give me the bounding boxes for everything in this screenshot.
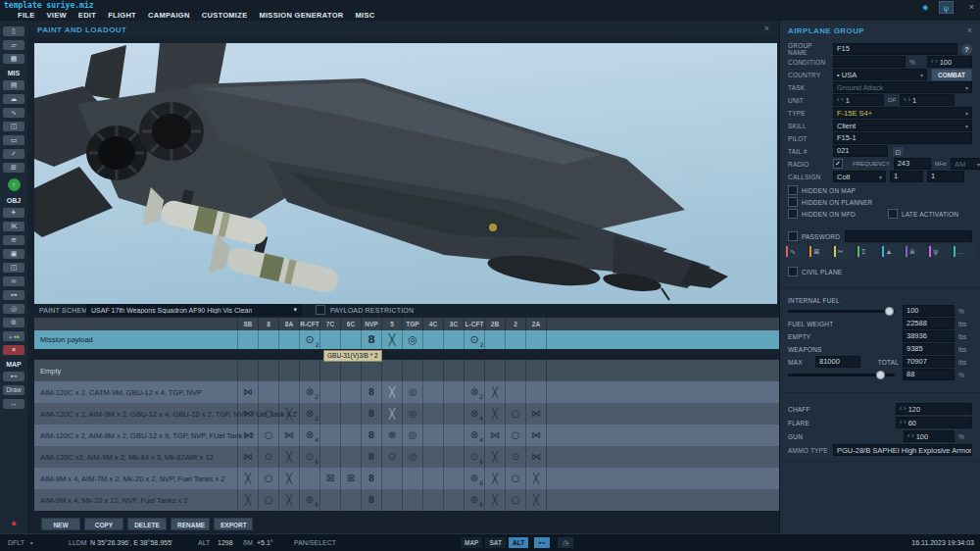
pilot-field[interactable]: F15-1 [833,132,972,144]
mission-payload-row[interactable]: Mission payload⊙28╳◎⊙2 [34,330,779,349]
station-4c[interactable] [422,489,443,511]
measure-icon[interactable]: ⊷ [534,537,550,548]
station-8b[interactable] [237,360,258,381]
station-8[interactable] [258,360,278,381]
callsign-number-field[interactable]: 1 [927,171,964,182]
slider-knob[interactable] [876,371,885,379]
station-2a[interactable] [525,330,546,349]
decrement-icon[interactable]: ‹ [900,418,902,427]
station-8[interactable]: ○ [258,468,278,489]
station-2a[interactable]: ⋈ [525,425,546,446]
layer-toggle-alt[interactable]: ALT [509,537,528,548]
station-l-cft[interactable]: ⊛6 [464,489,484,511]
station-nvp[interactable]: 8 [361,425,381,446]
callsign-flight-field[interactable]: 1 [890,171,923,182]
add-airplane-button[interactable]: ✈ [3,208,24,218]
station-tgp[interactable]: ◎ [402,446,422,468]
unit-of-stepper[interactable]: ‹ › 1 [900,94,955,106]
unit-count-stepper[interactable]: ‹ › 1 [833,94,884,106]
gun-stepper[interactable]: ‹ › 100 [904,430,955,442]
max-weight-field[interactable]: 81000 [815,356,860,368]
increment-icon[interactable]: › [904,404,906,414]
station-8[interactable]: ⊙ [258,446,278,468]
add-group-button[interactable]: ∞ [3,276,24,286]
station-5[interactable]: ⊗ [381,425,402,446]
route-tool-button[interactable]: ∿ [3,108,24,118]
layer-toggle-sat[interactable]: SAT [485,537,506,548]
station-tgp[interactable] [402,489,422,511]
airfields-button[interactable]: ▲●■ [3,331,24,341]
station-8b[interactable]: ⋈ [237,446,258,468]
help-button[interactable]: ? [961,44,972,55]
station-8b[interactable]: ⋈ [237,425,258,446]
menu-campaign[interactable]: CAMPAIGN [148,11,190,20]
station-8b[interactable]: ⋈ [237,403,258,425]
station-4c[interactable] [422,360,443,381]
station-8a[interactable]: ╳ [278,403,299,425]
password-checkbox[interactable] [788,231,798,241]
station-7c[interactable] [319,381,340,403]
station-3c[interactable] [443,403,464,425]
station-6c[interactable] [340,381,361,403]
station-6c[interactable] [340,330,361,349]
station-2b[interactable]: ╳ [484,489,505,511]
list-icon[interactable]: ≣ [905,244,927,259]
station-6c[interactable] [340,360,361,381]
menu-view[interactable]: VIEW [46,11,66,20]
station-2a[interactable]: ⋈ [525,403,546,425]
station-7c[interactable] [319,489,340,511]
route-icon[interactable]: ∿ [785,244,808,259]
preset-row[interactable]: Empty [34,360,779,381]
station-8a[interactable]: ╳ [278,489,299,511]
station-2[interactable]: ○ [505,489,525,511]
station-nvp[interactable]: 8 [361,446,381,468]
station-l-cft[interactable]: ⊗4 [464,425,484,446]
menu-edit[interactable]: EDIT [78,11,96,20]
preset-row[interactable]: AIM-9M x 4, Mk-20 x 12, NVP, Fuel Tanks … [34,489,779,511]
station-7c[interactable]: ⊠ [319,468,340,489]
station-6c[interactable] [340,446,361,468]
total-weight-field[interactable]: 70907 [903,356,955,368]
station-3c[interactable] [443,425,464,446]
increment-icon[interactable]: › [911,431,913,441]
station-7c[interactable] [319,425,340,446]
station-r-cft[interactable]: ⊙2 [299,330,319,349]
chaff-stepper[interactable]: ‹ › 120 [896,403,972,415]
layer-toggle-map[interactable]: MAP [461,537,482,548]
late-activation-checkbox[interactable] [888,209,898,219]
station-8[interactable]: ○ [258,425,278,446]
station-2b[interactable]: ╳ [484,381,505,403]
station-2[interactable] [505,381,525,403]
station-nvp[interactable]: 8 [361,489,381,511]
decrement-icon[interactable]: ‹ [904,95,906,105]
preset-row[interactable]: AIM-120C x 2, AIM-9M x 2, GBU-12 x 4, GB… [34,403,779,425]
internal-fuel-slider[interactable] [788,305,899,317]
station-8b[interactable]: ╳ [237,489,258,511]
password-field[interactable] [845,230,972,242]
station-2b[interactable]: ⋈ [484,425,505,446]
weapons-weight-field[interactable]: 9385 [903,343,955,355]
station-l-cft[interactable]: ⊙6 [464,446,484,468]
trigger-rules-button[interactable]: ▭ [3,135,24,145]
triggers-button[interactable]: ◫ [3,122,24,131]
clock-icon[interactable]: ◷ [558,537,573,548]
station-r-cft[interactable]: ⊗2 [299,403,319,425]
callsign-dropdown[interactable]: Colt ▾ [833,171,886,182]
fuel-weight-field[interactable]: 22588 [903,318,955,329]
station-7c[interactable] [319,360,340,381]
increment-icon[interactable]: › [908,95,910,105]
station-5[interactable] [381,489,402,511]
increment-icon[interactable]: › [904,418,906,427]
increment-icon[interactable]: › [935,57,937,67]
station-3c[interactable] [443,330,464,349]
internal-fuel-field[interactable]: 100 [903,305,955,317]
station-7c[interactable] [319,330,340,349]
antenna-icon[interactable]: ψ [928,244,951,259]
add-static-button[interactable]: ◫ [3,263,24,273]
station-2a[interactable]: ⋈ [525,446,546,468]
cut-icon[interactable]: ✂ [833,244,856,259]
station-nvp[interactable]: 8 [361,330,381,349]
station-2a[interactable]: ╳ [525,489,546,511]
preset-row[interactable]: AIM-9M x 4, AIM-7M x 2, Mk-20 x 2, NVP, … [34,468,779,489]
station-8b[interactable]: ⋈ [237,381,258,403]
